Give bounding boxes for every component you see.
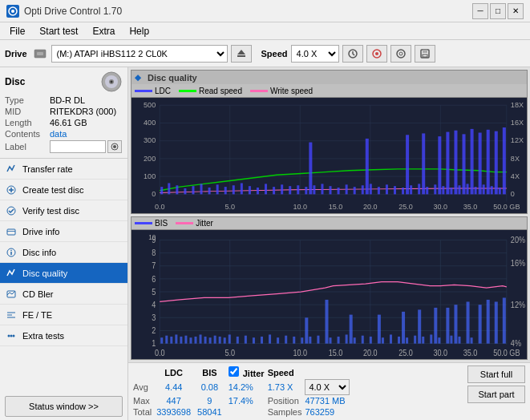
nav-label-fe-te: FE / TE — [22, 310, 52, 320]
svg-text:4X: 4X — [511, 172, 520, 180]
nav-item-disc-info[interactable]: Disc info — [0, 242, 127, 263]
eject-btn[interactable] — [231, 45, 252, 63]
svg-text:7: 7 — [152, 260, 156, 270]
svg-rect-79 — [233, 185, 235, 194]
svg-marker-4 — [237, 50, 245, 55]
ldc-legend-color — [135, 90, 152, 92]
menu-starttest[interactable]: Start test — [33, 24, 84, 38]
svg-text:16X: 16X — [511, 119, 524, 127]
save-icon-btn[interactable] — [415, 45, 435, 63]
svg-rect-96 — [362, 185, 364, 194]
disc-icon-btn[interactable] — [366, 45, 387, 63]
svg-rect-81 — [249, 186, 251, 194]
svg-rect-180 — [237, 336, 239, 343]
maximize-btn[interactable]: □ — [490, 3, 506, 19]
jitter-checkbox[interactable] — [229, 366, 239, 377]
svg-rect-178 — [224, 337, 226, 343]
menu-help[interactable]: Help — [123, 24, 156, 38]
svg-rect-84 — [273, 187, 275, 194]
nav-item-extra-tests[interactable]: Extra tests — [0, 325, 127, 346]
avg-bis: 0.08 — [197, 379, 229, 395]
nav-item-transfer-rate[interactable]: Transfer rate — [0, 159, 127, 180]
svg-rect-88 — [305, 187, 307, 194]
contents-label: Contents — [5, 129, 50, 139]
svg-text:15.0: 15.0 — [329, 203, 343, 211]
status-window-btn[interactable]: Status window >> — [5, 396, 123, 417]
svg-rect-87 — [297, 185, 299, 194]
max-ldc: 447 — [156, 395, 197, 406]
svg-rect-207 — [418, 309, 421, 343]
nav-item-disc-quality[interactable]: Disc quality — [0, 263, 127, 284]
svg-rect-217 — [471, 337, 473, 343]
close-btn[interactable]: ✕ — [508, 3, 524, 19]
svg-text:5.0: 5.0 — [225, 347, 235, 357]
action-buttons: Start full Start part — [467, 365, 525, 403]
svg-rect-80 — [241, 183, 243, 194]
burn-icon-btn[interactable] — [390, 45, 411, 63]
nav-item-drive-info[interactable]: Drive info — [0, 221, 127, 242]
minimize-btn[interactable]: ─ — [472, 3, 488, 19]
svg-rect-100 — [386, 184, 388, 194]
nav-label-drive-info: Drive info — [22, 227, 59, 236]
svg-rect-83 — [265, 184, 267, 194]
drive-select[interactable]: (M:) ATAPI iHBS112 2 CL0K — [51, 45, 228, 63]
svg-rect-204 — [402, 311, 405, 343]
svg-rect-92 — [330, 186, 332, 194]
disc-image-icon — [100, 71, 123, 93]
bis-legend-color — [135, 222, 152, 224]
svg-rect-97 — [366, 139, 369, 194]
svg-rect-72 — [176, 185, 178, 194]
start-part-btn[interactable]: Start part — [467, 386, 525, 403]
speed-display-select[interactable]: 4.0 X — [305, 379, 350, 395]
label-edit-btn[interactable] — [107, 140, 122, 153]
disc-info-icon — [5, 246, 18, 259]
svg-point-8 — [375, 52, 378, 55]
svg-rect-169 — [180, 336, 182, 343]
total-ldc: 3393698 — [156, 406, 197, 418]
svg-rect-105 — [418, 184, 420, 194]
stats-jitter-check: Jitter — [229, 365, 268, 379]
svg-rect-173 — [200, 334, 202, 343]
svg-rect-168 — [175, 334, 177, 343]
chart1-titlebar: ◆ Disc quality — [131, 70, 528, 84]
svg-rect-182 — [253, 337, 255, 343]
svg-rect-114 — [458, 185, 460, 194]
svg-rect-209 — [430, 334, 432, 343]
svg-rect-99 — [378, 187, 380, 194]
svg-rect-166 — [165, 335, 168, 343]
start-full-btn[interactable]: Start full — [467, 365, 525, 383]
svg-text:15.0: 15.0 — [329, 347, 343, 357]
speed-select[interactable]: 4.0 X — [291, 45, 339, 63]
svg-text:30.0: 30.0 — [434, 203, 448, 211]
drive-info-icon — [5, 225, 18, 238]
svg-rect-78 — [225, 187, 227, 194]
svg-text:25.0: 25.0 — [399, 347, 413, 357]
svg-rect-188 — [301, 337, 303, 343]
nav-item-create-test-disc[interactable]: Create test disc — [0, 180, 127, 200]
main-layout: Disc Type BD-R DL MID RITEKDR3 (000) — [0, 67, 530, 420]
label-input[interactable] — [50, 140, 106, 153]
nav-item-cd-bler[interactable]: CD Bler — [0, 284, 127, 305]
chart1-title: Disc quality — [148, 73, 197, 83]
jitter-header: Jitter — [243, 369, 265, 378]
menu-extra[interactable]: Extra — [86, 24, 121, 38]
nav-item-verify-test-disc[interactable]: Verify test disc — [0, 200, 127, 221]
svg-point-19 — [113, 145, 116, 148]
chart1-legend: LDC Read speed Write speed — [131, 84, 528, 97]
svg-rect-89 — [309, 143, 312, 195]
svg-rect-108 — [434, 184, 436, 194]
chart1-svg-container: 0 100 200 300 400 500 0 4X 8X 12X 16X 18… — [131, 97, 528, 214]
disc-quality-icon — [5, 267, 18, 280]
svg-point-33 — [8, 334, 10, 337]
speed-icon-btn[interactable] — [342, 45, 363, 63]
menu-file[interactable]: File — [3, 24, 31, 38]
write-speed-legend-label: Write speed — [270, 87, 313, 95]
svg-rect-120 — [483, 184, 485, 194]
svg-rect-85 — [281, 184, 283, 194]
nav-item-fe-te[interactable]: FE / TE — [0, 305, 127, 325]
svg-text:10: 10 — [148, 232, 156, 241]
svg-rect-70 — [160, 187, 163, 194]
svg-rect-186 — [285, 335, 287, 343]
svg-rect-86 — [289, 186, 291, 194]
svg-rect-77 — [216, 184, 219, 194]
